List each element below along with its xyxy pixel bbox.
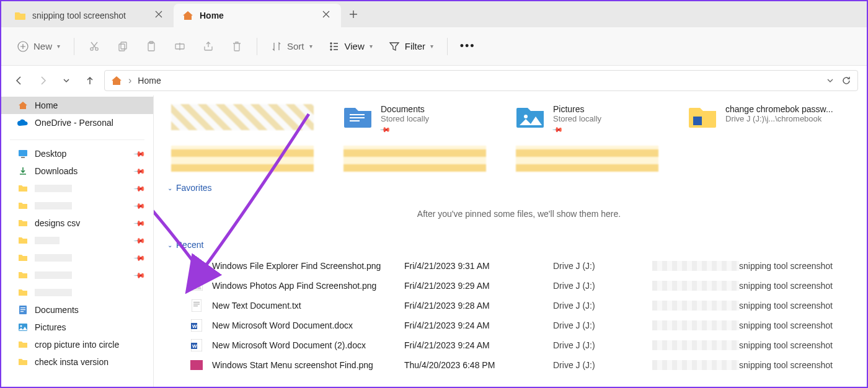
- share-button[interactable]: [196, 37, 221, 56]
- view-button[interactable]: View ▾: [322, 37, 379, 56]
- sidebar-item-redacted[interactable]: 📌: [1, 197, 153, 214]
- delete-button[interactable]: [224, 37, 249, 56]
- sidebar-item-downloads[interactable]: Downloads 📌: [1, 162, 153, 180]
- quick-access-row: Documents Stored locally 📌 Pictures Stor…: [171, 104, 867, 134]
- documents-folder-icon: [343, 104, 373, 129]
- new-button[interactable]: New ▾: [11, 37, 66, 56]
- quick-item-redacted[interactable]: [343, 146, 505, 172]
- sidebar-item-home[interactable]: Home: [1, 97, 153, 114]
- redacted: [652, 261, 739, 271]
- quick-item-pictures[interactable]: Pictures Stored locally 📌: [516, 104, 677, 134]
- forward-button[interactable]: [33, 71, 52, 90]
- more-button[interactable]: •••: [455, 36, 480, 56]
- pin-icon: 📌: [379, 124, 391, 136]
- subtitle: Stored locally: [553, 114, 601, 123]
- sidebar-item-redacted[interactable]: 📌: [1, 180, 153, 197]
- chevron-down-icon: ⌄: [167, 185, 172, 192]
- recent-row[interactable]: Windows Start Menu screenshot Find.pngTh…: [171, 355, 867, 375]
- close-icon[interactable]: [155, 11, 165, 20]
- sidebar-label: Desktop: [35, 149, 66, 159]
- folder-icon: [17, 218, 29, 229]
- sidebar-label: check insta version: [35, 357, 108, 367]
- svg-rect-27: [193, 302, 200, 302]
- recent-locations-button[interactable]: [57, 71, 76, 90]
- pin-icon: 📌: [133, 165, 146, 178]
- quick-item-redacted[interactable]: [171, 146, 332, 172]
- section-label: Favorites: [176, 183, 212, 193]
- sidebar-item-onedrive[interactable]: OneDrive - Personal: [1, 114, 153, 131]
- quick-item-redacted[interactable]: [171, 104, 332, 134]
- folder-icon: [17, 183, 29, 194]
- chevron-down-icon: ▾: [370, 43, 373, 50]
- address-bar[interactable]: › Home: [104, 70, 858, 91]
- recent-row[interactable]: WNew Microsoft Word Document.docxFri/4/2…: [171, 315, 867, 335]
- file-date: Thu/4/20/2023 6:48 PM: [404, 360, 553, 370]
- separator: [447, 38, 448, 55]
- redacted: [652, 320, 739, 330]
- tab-home[interactable]: Home: [174, 4, 341, 27]
- up-button[interactable]: [81, 71, 99, 90]
- file-icon: [190, 299, 203, 312]
- folder-icon: [15, 10, 26, 21]
- section-favorites[interactable]: ⌄ Favorites: [167, 183, 867, 193]
- folder-icon: [17, 270, 29, 281]
- file-location: Drive J (J:): [553, 261, 652, 271]
- recent-row[interactable]: Windows Photos App Find Screenshot.pngFr…: [171, 276, 867, 296]
- close-icon[interactable]: [322, 11, 332, 20]
- folder-icon: [17, 339, 29, 350]
- pin-icon: 📌: [551, 124, 563, 136]
- sort-button[interactable]: Sort ▾: [265, 37, 319, 56]
- svg-rect-15: [20, 309, 25, 310]
- refresh-button[interactable]: [841, 76, 851, 86]
- svg-point-9: [330, 46, 332, 47]
- sidebar-item-pictures[interactable]: Pictures: [1, 319, 153, 336]
- favorites-empty-message: After you've pinned some files, we'll sh…: [271, 199, 767, 234]
- sidebar-item-designs-csv[interactable]: designs csv 📌: [1, 214, 153, 232]
- rename-button[interactable]: [167, 37, 192, 56]
- sidebar-item-redacted[interactable]: 📌: [1, 249, 153, 267]
- chevron-down-icon[interactable]: [826, 77, 834, 84]
- svg-point-10: [330, 49, 332, 50]
- svg-rect-19: [350, 114, 365, 115]
- file-date: Fri/4/21/2023 9:31 AM: [404, 261, 553, 271]
- recent-row[interactable]: Windows File Explorer Find Screenshot.pn…: [171, 256, 867, 276]
- file-location: Drive J (J:): [553, 281, 652, 291]
- recent-row[interactable]: WNew Microsoft Word Document (2).docxFri…: [171, 335, 867, 355]
- tab-snipping[interactable]: snipping tool screenshot: [6, 4, 174, 27]
- cut-button[interactable]: [82, 37, 107, 56]
- section-recent[interactable]: ⌄ Recent: [167, 240, 867, 250]
- paste-button[interactable]: [139, 37, 164, 56]
- folder-icon: [17, 252, 29, 263]
- quick-item-documents[interactable]: Documents Stored locally 📌: [343, 104, 505, 134]
- redacted: [35, 185, 72, 192]
- copy-button[interactable]: [110, 37, 135, 56]
- pictures-folder-icon: [516, 104, 546, 129]
- quick-item-redacted[interactable]: [516, 146, 677, 172]
- file-location: Drive J (J:): [553, 320, 652, 330]
- redacted: [35, 202, 72, 209]
- quick-access-row: [171, 146, 867, 172]
- redacted: [35, 271, 72, 279]
- folder-icon: [17, 235, 29, 246]
- quick-item-chromebook[interactable]: change chromebok passw... Drive J (J:)\j…: [688, 104, 849, 134]
- chevron-down-icon: ▾: [309, 43, 312, 50]
- sidebar-item-crop[interactable]: crop picture into circle: [1, 336, 153, 353]
- view-icon: [329, 41, 340, 52]
- sidebar-item-redacted[interactable]: 📌: [1, 232, 153, 249]
- redacted: [652, 340, 739, 350]
- svg-rect-28: [193, 304, 200, 304]
- sidebar-item-redacted[interactable]: [1, 284, 153, 301]
- onedrive-icon: [17, 117, 29, 128]
- sidebar-item-check-insta[interactable]: check insta version: [1, 353, 153, 371]
- filter-button[interactable]: Filter ▾: [383, 37, 440, 56]
- new-tab-button[interactable]: [341, 1, 366, 27]
- sidebar-item-documents[interactable]: Documents: [1, 301, 153, 319]
- recent-row[interactable]: New Text Document.txtFri/4/21/2023 9:28 …: [171, 296, 867, 315]
- sidebar-label: Documents: [35, 305, 79, 315]
- redacted: [652, 281, 739, 291]
- sidebar-item-desktop[interactable]: Desktop 📌: [1, 145, 153, 162]
- svg-rect-36: [190, 360, 203, 370]
- back-button[interactable]: [10, 71, 29, 90]
- content: Home OneDrive - Personal Desktop 📌 Downl…: [1, 95, 867, 387]
- sidebar-item-redacted[interactable]: 📌: [1, 267, 153, 284]
